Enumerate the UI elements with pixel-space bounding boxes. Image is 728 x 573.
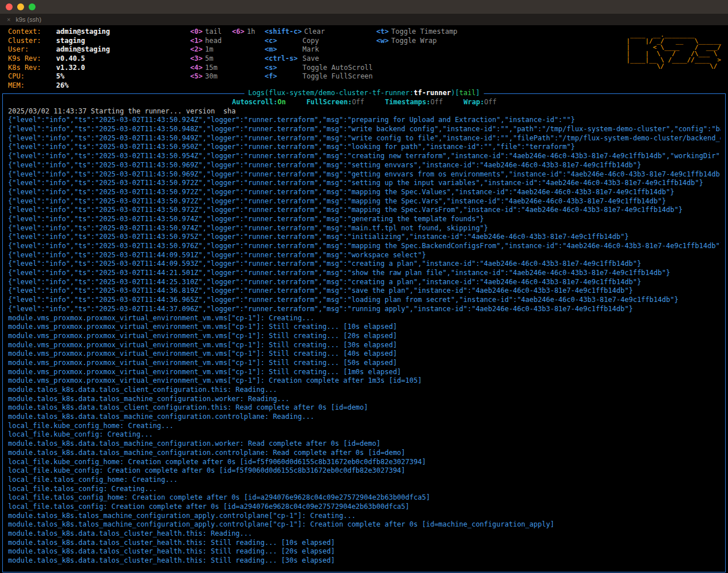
terminal-window: × k9s (ssh) Context:admin@staging Cluste… [0,0,728,573]
title-bracket-open: [ [455,89,459,97]
close-window-button[interactable] [6,3,13,10]
log-line: module.talos_k8s.data.talos_cluster_heal… [8,539,721,548]
info-label: K9s Rev: [8,54,56,64]
tab-close-icon[interactable]: × [7,16,10,23]
info-label: Cluster: [8,37,56,46]
menu-hint-key: <w> [376,37,389,46]
status-toggle: Wrap:Off [463,98,497,107]
log-status-bar: Autoscroll:On FullScreen:Off Timestamps:… [8,98,721,107]
k9s-header: Context:admin@staging Cluster:staging Us… [0,25,728,91]
log-line: local_file.talos_config: Creating... [8,485,721,494]
menu-hint: <t>Toggle Timestamp [376,28,499,37]
status-toggle-value: Off [431,98,443,106]
menu-hint-key: <t> [376,28,389,37]
menu-hint: <shift-c>Clear [265,28,376,37]
menu-hint-label: Save [302,54,319,62]
log-line: module.talos_k8s.data.talos_machine_conf… [8,395,721,404]
title-bracket-close: ] [476,89,480,97]
log-line: module.talos_k8s.talos_machine_configura… [8,512,721,521]
menu-hint-key: <s> [265,64,300,73]
log-line: module.talos_k8s.data.talos_client_confi… [8,403,721,413]
log-line: {"level":"info","ts":"2025-03-02T11:43:5… [8,197,721,206]
k9s-logo: ____ __.________ | |/ _/ __ \______ | < … [626,32,721,69]
menu-hint-label: 1m [205,45,213,53]
log-line: 2025/03/02 11:43:37 Starting the runner.… [8,107,721,116]
log-line: {"level":"info","ts":"2025-03-02T11:43:5… [8,206,721,215]
menu-hint: <c>Copy [265,37,376,46]
log-line: local_file.kube_config: Creating... [8,430,721,439]
cluster-info-row: K9s Rev:v0.40.5 [8,54,190,64]
status-toggle-label: Wrap: [463,98,484,106]
menu-hint-label: 1h [247,28,255,36]
info-value: v0.40.5 [56,54,85,62]
log-line: {"level":"info","ts":"2025-03-02T11:43:5… [8,224,721,233]
log-line: module.vms_proxmox.proxmox_virtual_envir… [8,350,721,359]
title-colon: : [410,89,414,97]
tab-bar: × k9s (ssh) [0,14,728,25]
log-line: module.talos_k8s.talos_machine_configura… [8,520,721,529]
menu-hint-label: head [205,37,222,45]
log-line: {"level":"info","ts":"2025-03-02T11:43:5… [8,233,721,242]
log-line: {"level":"info","ts":"2025-03-02T11:43:5… [8,134,721,143]
menu-hint: <6>1h [232,28,265,37]
menu-hint-label: Toggle Timestamp [391,28,458,36]
log-line: {"level":"info","ts":"2025-03-02T11:43:5… [8,170,721,179]
info-label: Context: [8,28,56,37]
status-toggle-label: FullScreen: [306,98,352,106]
info-label: CPU: [8,72,56,81]
menu-hint: <s>Toggle AutoScroll [265,64,376,73]
status-toggle-label: Autoscroll: [232,98,277,106]
menu-hint-key: <6> [232,28,245,37]
menu-hint: <1>head [190,37,232,46]
menu-hint-key: <2> [190,45,203,54]
log-line: {"level":"info","ts":"2025-03-02T11:44:0… [8,260,721,269]
info-value: 26% [56,81,69,89]
info-label: User: [8,45,56,54]
log-line: {"level":"info","ts":"2025-03-02T11:44:3… [8,305,721,314]
log-line: module.talos_k8s.data.talos_machine_conf… [8,439,721,449]
menu-hint-key: <m> [265,45,300,54]
minimize-window-button[interactable] [17,3,24,10]
info-label: K8s Rev: [8,64,56,73]
info-label: MEM: [8,81,56,91]
info-value: admin@staging [56,28,110,36]
status-toggle: Autoscroll:On [232,98,286,107]
menu-hint-label: Toggle AutoScroll [302,64,373,72]
menu-hint-label: Clear [304,28,325,36]
log-line: module.talos_k8s.data.talos_cluster_heal… [8,547,721,556]
menu-hint-key: <1> [190,37,203,46]
cluster-info-row: Context:admin@staging [8,28,190,37]
log-line: {"level":"info","ts":"2025-03-02T11:44:3… [8,286,721,296]
log-line: local_file.talos_config_home: Creation c… [8,493,721,503]
menu-hint-key: <3> [190,54,203,64]
log-line: module.talos_k8s.data.talos_machine_conf… [8,449,721,458]
info-value: v1.32.0 [56,64,85,72]
log-line: local_file.kube_config_home: Creation co… [8,458,721,467]
menu-hint-label: Mark [302,45,319,53]
menu-hint-label: 30m [205,72,218,80]
menu-hint: <3>5m [190,54,232,64]
menu-column-actions: <shift-c>Clear <c>Copy <m>Mark <ctrl-s>S… [265,28,376,91]
info-value: staging [56,37,85,45]
menu-hint-label: Toggle Wrap [391,37,436,45]
status-toggle: FullScreen:Off [306,98,364,107]
info-value: 5% [56,72,64,80]
menu-hint-key: <c> [265,37,300,46]
log-panel-title: Logs(flux-system/demo-cluster-tf-runner:… [244,89,484,98]
menu-hint-key: <ctrl-s> [265,54,300,64]
tab-k9s-ssh[interactable]: × k9s (ssh) [7,16,41,23]
title-container-name: tf-runner [414,89,451,97]
info-value: admin@staging [56,45,110,53]
log-panel-content: Autoscroll:On FullScreen:Off Timestamps:… [3,94,725,572]
log-line: {"level":"info","ts":"2025-03-02T11:43:5… [8,161,721,170]
window-titlebar [0,0,728,14]
log-line: module.talos_k8s.data.talos_client_confi… [8,386,721,395]
log-line: {"level":"info","ts":"2025-03-02T11:43:5… [8,143,721,152]
zoom-window-button[interactable] [29,3,36,10]
menu-column-hour: <6>1h [232,28,265,91]
log-line: {"level":"info","ts":"2025-03-02T11:44:2… [8,278,721,287]
menu-hint: <w>Toggle Wrap [376,37,499,46]
log-output[interactable]: 2025/03/02 11:43:37 Starting the runner.… [8,107,721,566]
cluster-info-row: MEM:26% [8,81,190,91]
title-logs: Logs( [248,89,269,97]
